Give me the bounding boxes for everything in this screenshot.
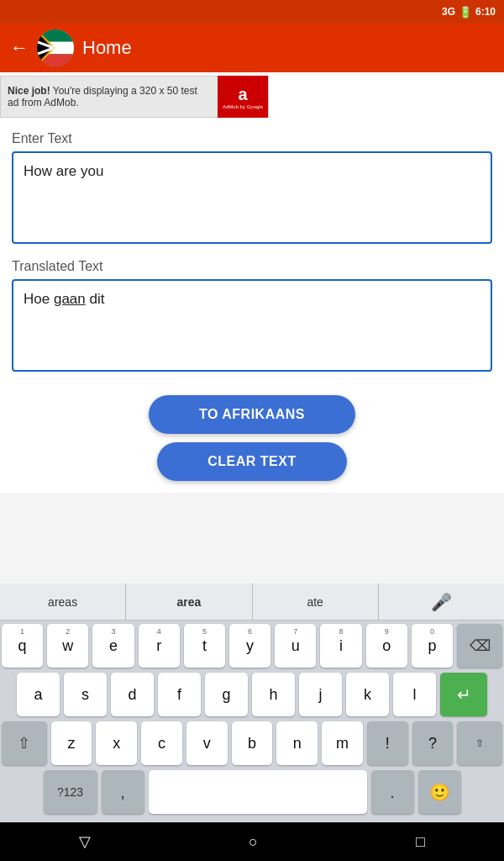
key-r[interactable]: 4 r: [139, 624, 180, 668]
key-question[interactable]: ?: [412, 721, 454, 765]
key-o[interactable]: 9 o: [366, 624, 407, 668]
key-b[interactable]: b: [232, 721, 273, 765]
keyboard-suggestions: areas area ate 🎤: [0, 584, 504, 621]
key-row-4: ?123 , . 🙂: [2, 770, 502, 814]
main-content: Enter Text How <span class="underline-te…: [0, 118, 504, 380]
key-g[interactable]: g: [205, 673, 248, 716]
suggestion-areas[interactable]: areas: [0, 584, 126, 620]
key-d[interactable]: d: [111, 673, 154, 716]
key-c[interactable]: c: [141, 721, 182, 765]
battery-icon: 🔋: [459, 6, 472, 18]
nav-bar: ▽ ○ □: [0, 822, 504, 861]
to-afrikaans-button[interactable]: TO AFRIKAANS: [149, 395, 355, 434]
key-e[interactable]: 3 e: [92, 624, 134, 668]
key-v[interactable]: v: [186, 721, 228, 765]
signal-text: 3G: [442, 6, 455, 18]
ad-nice-label: Nice job!: [8, 85, 50, 97]
ad-text: Nice job! You're displaying a 320 x 50 t…: [1, 82, 218, 112]
key-row-2: a s d f g h j k l: [2, 673, 502, 716]
translated-text-label: Translated Text: [12, 259, 492, 274]
key-a[interactable]: a: [17, 673, 60, 716]
space-key[interactable]: [149, 770, 367, 814]
top-bar: ← Home: [0, 24, 504, 72]
key-row-3: ⇧ z x c v b n m !: [2, 721, 502, 765]
enter-text-input[interactable]: How <span class="underline-text">are</sp…: [12, 151, 492, 244]
key-q[interactable]: 1 q: [2, 624, 43, 668]
key-u[interactable]: 7 u: [275, 624, 316, 668]
nav-recent-button[interactable]: □: [416, 833, 425, 851]
key-k[interactable]: k: [346, 673, 389, 716]
enter-key[interactable]: ↵: [440, 673, 487, 716]
key-h[interactable]: h: [252, 673, 295, 716]
key-j[interactable]: j: [299, 673, 342, 716]
clear-text-button[interactable]: CLEAR TEXT: [157, 442, 346, 481]
shift-left-key[interactable]: ⇧: [2, 721, 47, 765]
mic-button[interactable]: 🎤: [379, 584, 504, 620]
key-z[interactable]: z: [51, 721, 92, 765]
time-text: 6:10: [475, 6, 496, 18]
translated-text-output: Hoe gaan dit: [12, 279, 492, 372]
key-y[interactable]: 6 y: [229, 624, 270, 668]
back-button[interactable]: ←: [10, 37, 29, 59]
ad-logo-symbol: a: [238, 85, 247, 104]
key-p[interactable]: 0 p: [412, 624, 453, 668]
key-s[interactable]: s: [64, 673, 107, 716]
status-bar: 3G 🔋 6:10: [0, 0, 504, 24]
symbols-key[interactable]: ?123: [44, 770, 97, 814]
emoji-key[interactable]: 🙂: [418, 770, 461, 814]
keyboard: areas area ate 🎤 1 q 2 w 3 e 4 r 5: [0, 584, 504, 822]
action-buttons: TO AFRIKAANS CLEAR TEXT: [0, 380, 504, 493]
ad-logo-sub: AdMob by Google: [223, 104, 263, 109]
key-exclaim[interactable]: !: [367, 721, 408, 765]
comma-key[interactable]: ,: [102, 770, 144, 814]
ad-banner: Nice job! You're displaying a 320 x 50 t…: [0, 76, 269, 118]
flag-icon: [37, 29, 74, 66]
key-f[interactable]: f: [158, 673, 201, 716]
key-i[interactable]: 8 i: [320, 624, 361, 668]
suggestion-area[interactable]: area: [126, 584, 252, 620]
period-key[interactable]: .: [371, 770, 414, 814]
shift-right-key[interactable]: ⇧: [457, 721, 502, 765]
suggestion-ate[interactable]: ate: [253, 584, 379, 620]
key-l[interactable]: l: [393, 673, 436, 716]
backspace-key[interactable]: ⌫: [457, 624, 502, 668]
nav-home-button[interactable]: ○: [249, 833, 258, 851]
key-w[interactable]: 2 w: [47, 624, 88, 668]
key-x[interactable]: x: [96, 721, 137, 765]
key-row-1: 1 q 2 w 3 e 4 r 5 t 6 y: [2, 624, 502, 668]
key-t[interactable]: 5 t: [184, 624, 225, 668]
status-icons: 3G 🔋 6:10: [442, 6, 496, 18]
app-title: Home: [82, 37, 132, 59]
ad-logo: a AdMob by Google: [218, 76, 268, 118]
key-n[interactable]: n: [276, 721, 318, 765]
key-m[interactable]: m: [322, 721, 363, 765]
nav-back-button[interactable]: ▽: [79, 832, 91, 851]
enter-text-label: Enter Text: [12, 131, 492, 146]
keyboard-rows: 1 q 2 w 3 e 4 r 5 t 6 y: [0, 621, 504, 822]
